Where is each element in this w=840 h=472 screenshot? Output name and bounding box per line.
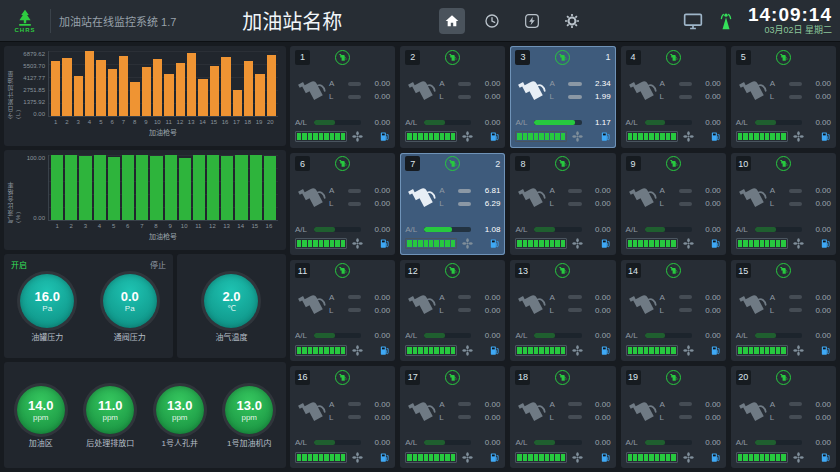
nozzle-icon — [736, 183, 770, 211]
al-value: 1.17 — [585, 118, 611, 127]
fan-icon — [462, 238, 473, 249]
gauge: 13.0ppm1号加油机内 — [225, 386, 273, 448]
nav-settings-button[interactable] — [559, 8, 585, 34]
gun-card[interactable]: 11A0.00L0.00A/L0.00 — [290, 260, 395, 362]
pump-icon[interactable] — [379, 452, 390, 463]
l-label: L — [549, 199, 565, 208]
a-bar — [568, 189, 581, 193]
a-label: A — [329, 186, 345, 195]
gun-card[interactable]: 1A0.00L0.00A/L0.00 — [290, 46, 395, 148]
al-label: A/L — [295, 118, 311, 127]
pump-icon[interactable] — [710, 452, 721, 463]
alarm-tower-icon[interactable] — [716, 10, 736, 32]
bar — [264, 156, 276, 220]
l-bar — [568, 415, 581, 419]
a-value: 0.00 — [805, 293, 831, 302]
gun-card[interactable]: 72A6.81L6.29A/L1.08 — [400, 153, 505, 255]
a-value: 6.81 — [474, 186, 500, 195]
nav-energy-button[interactable] — [519, 8, 545, 34]
pump-icon[interactable] — [820, 238, 831, 249]
gun-card[interactable]: 8A0.00L0.00A/L0.00 — [510, 153, 615, 255]
l-value: 0.00 — [585, 413, 611, 422]
signal-strength — [515, 238, 567, 249]
gun-card[interactable]: 16A0.00L0.00A/L0.00 — [290, 366, 395, 468]
pump-icon[interactable] — [489, 452, 500, 463]
gun-card[interactable]: 14A0.00L0.00A/L0.00 — [621, 260, 726, 362]
nozzle-icon — [626, 290, 660, 318]
gun-card[interactable]: 9A0.00L0.00A/L0.00 — [621, 153, 726, 255]
gun-card[interactable]: 4A0.00L0.00A/L0.00 — [621, 46, 726, 148]
gun-card[interactable]: 31A2.34L1.99A/L1.17 — [510, 46, 615, 148]
pump-icon[interactable] — [489, 131, 500, 142]
signal-strength — [736, 131, 788, 142]
gauge: 0.0Pa通阀压力 — [103, 274, 157, 342]
pump-icon[interactable] — [489, 238, 500, 249]
card-footer — [405, 130, 500, 144]
fan-icon — [683, 452, 694, 463]
pump-icon[interactable] — [489, 345, 500, 356]
gauge-unit: ppm — [241, 413, 257, 422]
ratio-pass-chart: 气液比合格率(%) 100.000.00 1234567891011121314… — [4, 150, 286, 250]
card-body: A0.00L0.00 — [515, 385, 610, 436]
al-label: A/L — [405, 331, 421, 340]
pump-icon[interactable] — [710, 131, 721, 142]
gun-card[interactable]: 5A0.00L0.00A/L0.00 — [731, 46, 836, 148]
al-bar — [424, 120, 471, 125]
a-bar — [568, 402, 581, 406]
x-tick: 17 — [231, 119, 242, 125]
pump-icon[interactable] — [379, 238, 390, 249]
pump-icon[interactable] — [820, 131, 831, 142]
gun-card[interactable]: 2A0.00L0.00A/L0.00 — [400, 46, 505, 148]
l-bar — [679, 415, 692, 419]
card-footer — [626, 130, 721, 144]
gauge-label: 1号人孔井 — [162, 437, 198, 448]
l-label: L — [439, 413, 455, 422]
gun-card[interactable]: 15A0.00L0.00A/L0.00 — [731, 260, 836, 362]
l-label: L — [329, 199, 345, 208]
gun-card[interactable]: 20A0.00L0.00A/L0.00 — [731, 366, 836, 468]
a-label: A — [329, 293, 345, 302]
a-bar — [458, 82, 471, 86]
gun-card[interactable]: 18A0.00L0.00A/L0.00 — [510, 366, 615, 468]
fan-icon — [572, 345, 583, 356]
pump-icon[interactable] — [820, 345, 831, 356]
pump-icon[interactable] — [710, 238, 721, 249]
a-bar — [568, 82, 581, 86]
nozzle-icon — [295, 290, 329, 318]
nozzle-status-icon — [666, 370, 681, 385]
pump-icon[interactable] — [710, 345, 721, 356]
nozzle-icon — [626, 397, 660, 425]
l-bar — [348, 308, 361, 312]
x-tick: 3 — [73, 119, 84, 125]
monitor-icon[interactable] — [682, 11, 704, 31]
pump-icon[interactable] — [600, 131, 611, 142]
gun-card[interactable]: 10A0.00L0.00A/L0.00 — [731, 153, 836, 255]
a-bar — [679, 189, 692, 193]
a-label: A — [549, 293, 565, 302]
pump-icon[interactable] — [600, 345, 611, 356]
gun-card[interactable]: 19A0.00L0.00A/L0.00 — [621, 366, 726, 468]
date-display: 03月02日 星期二 — [748, 26, 832, 36]
pump-icon[interactable] — [600, 452, 611, 463]
pump-icon[interactable] — [600, 238, 611, 249]
x-tick: 5 — [107, 223, 121, 229]
a-bar — [458, 295, 471, 299]
l-value: 0.00 — [805, 413, 831, 422]
a-bar — [679, 295, 692, 299]
pump-icon[interactable] — [820, 452, 831, 463]
gun-card[interactable]: 13A0.00L0.00A/L0.00 — [510, 260, 615, 362]
signal-strength — [405, 131, 457, 142]
nozzle-status-icon — [445, 370, 460, 385]
nav-home-button[interactable] — [439, 8, 465, 34]
l-bar — [348, 95, 361, 99]
gun-card[interactable]: 17A0.00L0.00A/L0.00 — [400, 366, 505, 468]
nav-history-button[interactable] — [479, 8, 505, 34]
pump-icon[interactable] — [379, 131, 390, 142]
nozzle-status-icon — [335, 50, 350, 65]
pump-icon[interactable] — [379, 345, 390, 356]
gun-card[interactable]: 6A0.00L0.00A/L0.00 — [290, 153, 395, 255]
al-label: A/L — [295, 225, 311, 234]
gun-card[interactable]: 12A0.00L0.00A/L0.00 — [400, 260, 505, 362]
gauge-value: 0.0 — [121, 289, 139, 304]
clock-icon — [484, 13, 500, 29]
